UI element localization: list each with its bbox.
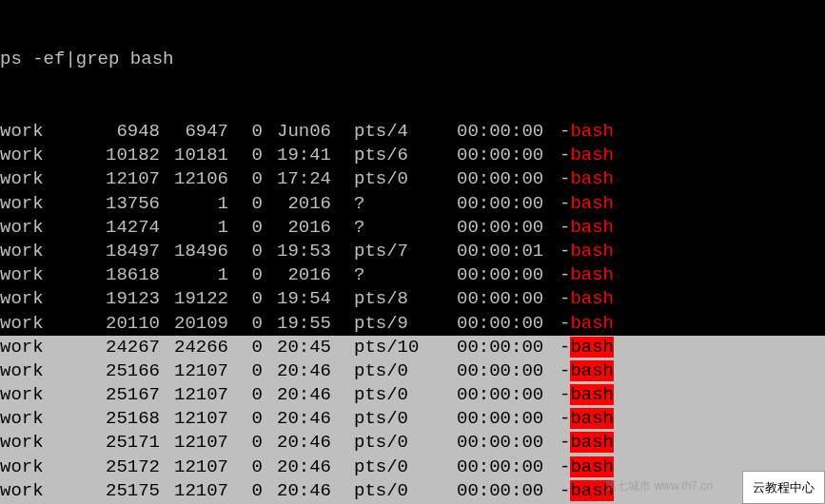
time: 00:00:00 [457, 479, 548, 503]
time: 00:00:01 [457, 240, 548, 263]
pid: 10182 [91, 144, 160, 167]
c: 0 [228, 479, 263, 503]
ppid: 12107 [160, 359, 228, 383]
ppid: 12107 [160, 407, 228, 431]
cmd-prefix: - [560, 121, 570, 142]
cmd-prefix: - [560, 408, 570, 429]
time: 00:00:00 [457, 287, 548, 311]
cmd-prefix: - [560, 288, 570, 309]
table-row: work2517112107020:46 pts/000:00:00 -bash [0, 431, 825, 455]
cmd: -bash [560, 120, 825, 144]
time: 00:00:00 [457, 216, 548, 240]
tty: pts/0 [354, 407, 434, 431]
table-row: work2011020109019:55 pts/900:00:00 -bash [0, 312, 825, 336]
pid: 25175 [91, 479, 160, 503]
stime: 19:54 [263, 287, 331, 311]
pid: 25172 [91, 456, 160, 479]
ppid: 19122 [160, 287, 228, 311]
cmd-prefix: - [560, 360, 570, 381]
pid: 25167 [91, 383, 160, 407]
user: work [0, 479, 91, 503]
pid: 25171 [91, 431, 160, 455]
cmd-prefix: - [560, 241, 570, 262]
pid: 20110 [91, 312, 160, 336]
tty: ? [354, 192, 434, 216]
user: work [0, 407, 91, 431]
c: 0 [228, 431, 263, 455]
tty: pts/10 [354, 336, 434, 359]
cmd-prefix: - [560, 217, 570, 238]
tty: pts/0 [354, 456, 434, 479]
badge: 云教程中心 [742, 471, 825, 504]
user: work [0, 287, 91, 311]
c: 0 [228, 192, 263, 216]
ppid: 12106 [160, 167, 228, 191]
time: 00:00:00 [457, 359, 548, 383]
stime: 19:41 [263, 144, 331, 167]
cmd-prefix: - [560, 384, 570, 405]
highlight: bash [570, 384, 614, 405]
terminal[interactable]: ps -ef|grep bash work694869470Jun06 pts/… [0, 0, 825, 504]
process-list: work694869470Jun06 pts/400:00:00 -bashwo… [0, 120, 825, 504]
ppid: 12107 [160, 456, 228, 479]
cmd-prefix: - [560, 193, 570, 214]
table-row: work694869470Jun06 pts/400:00:00 -bash [0, 120, 825, 144]
user: work [0, 120, 91, 144]
command-line: ps -ef|grep bash [0, 48, 825, 71]
table-row: work2426724266020:45 pts/1000:00:00 -bas… [0, 336, 825, 359]
ppid: 6947 [160, 120, 228, 144]
ppid: 1 [160, 192, 228, 216]
table-row: work2516812107020:46 pts/000:00:00 -bash [0, 407, 825, 431]
cmd: -bash [560, 216, 825, 240]
time: 00:00:00 [457, 167, 548, 191]
highlight: bash [570, 337, 614, 358]
tty: pts/8 [354, 287, 434, 311]
tty: pts/9 [354, 312, 434, 336]
time: 00:00:00 [457, 263, 548, 287]
c: 0 [228, 287, 263, 311]
user: work [0, 216, 91, 240]
tty: pts/0 [354, 383, 434, 407]
c: 0 [228, 263, 263, 287]
highlight: bash [570, 121, 614, 142]
cmd: -bash [560, 144, 825, 167]
user: work [0, 312, 91, 336]
table-row: work13756102016 ?00:00:00 -bash [0, 192, 825, 216]
user: work [0, 336, 91, 359]
cmd: -bash [560, 167, 825, 191]
c: 0 [228, 120, 263, 144]
time: 00:00:00 [457, 192, 548, 216]
ppid: 1 [160, 263, 228, 287]
user: work [0, 456, 91, 479]
highlight: bash [570, 288, 614, 309]
cmd: -bash [560, 240, 825, 263]
time: 00:00:00 [457, 336, 548, 359]
pid: 19123 [91, 287, 160, 311]
pid: 18497 [91, 240, 160, 263]
user: work [0, 359, 91, 383]
tty: ? [354, 216, 434, 240]
user: work [0, 383, 91, 407]
tty: pts/0 [354, 431, 434, 455]
tty: pts/0 [354, 167, 434, 191]
c: 0 [228, 216, 263, 240]
cmd: -bash [560, 263, 825, 287]
stime: 2016 [263, 192, 331, 216]
cmd: -bash [560, 383, 825, 407]
tty: pts/0 [354, 359, 434, 383]
stime: 2016 [263, 263, 331, 287]
time: 00:00:00 [457, 312, 548, 336]
stime: 20:46 [263, 383, 331, 407]
c: 0 [228, 240, 263, 263]
ppid: 1 [160, 216, 228, 240]
highlight: bash [570, 313, 614, 334]
ppid: 10181 [160, 144, 228, 167]
ppid: 12107 [160, 431, 228, 455]
highlight: bash [570, 408, 614, 429]
cmd-prefix: - [560, 313, 570, 334]
c: 0 [228, 383, 263, 407]
table-row: work1210712106017:24 pts/000:00:00 -bash [0, 167, 825, 191]
user: work [0, 167, 91, 191]
ppid: 12107 [160, 479, 228, 503]
pid: 12107 [91, 167, 160, 191]
